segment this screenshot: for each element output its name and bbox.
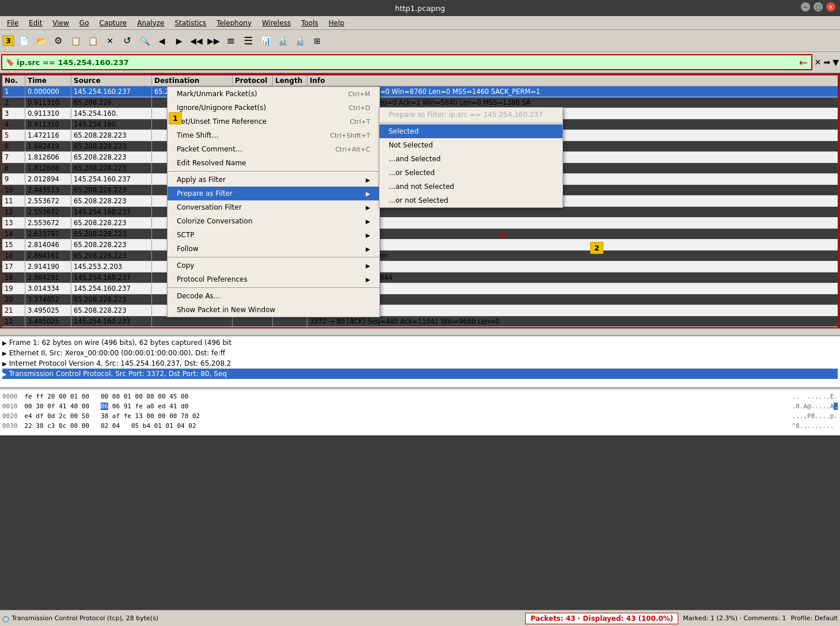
- menu-capture[interactable]: Capture: [94, 18, 131, 28]
- menu-file[interactable]: File: [2, 18, 23, 28]
- menu-tools[interactable]: Tools: [297, 18, 323, 28]
- menu-item-decode-as[interactable]: Decode As…: [168, 289, 379, 303]
- table-row[interactable]: 15 2.814046 65.208.228.223 Len=0: [2, 240, 838, 251]
- menu-item-conversation-filter[interactable]: Conversation Filter ▶: [168, 200, 379, 214]
- toolbar-back[interactable]: ◀: [154, 33, 170, 49]
- submenu-item-and-not-selected[interactable]: …and not Selected: [379, 180, 562, 194]
- toolbar-search[interactable]: 🔍: [136, 33, 153, 49]
- filter-bar[interactable]: 🔖 ip.src == 145.254.160.237 ←: [1, 54, 812, 70]
- menu-item-copy[interactable]: Copy ▶: [168, 259, 379, 272]
- menu-analyze[interactable]: Analyze: [132, 18, 169, 28]
- submenu-arrow: ▶: [366, 276, 370, 283]
- submenu-item-or-not-selected[interactable]: …or not Selected: [379, 194, 562, 207]
- toolbar-open[interactable]: 📂: [33, 33, 49, 49]
- hex-ascii: .. ......E. .0.A@.....A. ...,P8....p. "8…: [792, 392, 838, 433]
- submenu-arrow: ▶: [366, 191, 370, 197]
- submenu-header-text: Prepare as Filter: ip.src == 145.254.160…: [389, 111, 543, 119]
- submenu-item-and-selected[interactable]: …and Selected: [379, 152, 562, 166]
- toolbar-capture-start[interactable]: ☰: [240, 33, 256, 49]
- header-len: Length: [273, 75, 307, 86]
- table-row[interactable]: 12 2.553672 145.254.160.237 Len=0: [2, 207, 838, 218]
- toolbar-reload[interactable]: 📋: [85, 33, 101, 49]
- toolbar-columns[interactable]: 📊: [257, 33, 273, 49]
- table-row[interactable]: 16 2.894161 65.208.228.223 Len=1380 [TCP…: [2, 251, 838, 261]
- table-row[interactable]: 19 3.014334 145.254.160.237: [2, 283, 838, 294]
- table-row[interactable]: 13 2.553672 65.208.228.223 ndication.com: [2, 218, 838, 229]
- submenu-item-selected[interactable]: Selected: [379, 124, 562, 138]
- table-row[interactable]: 17 2.914190 145.253.2.203 googlesyndicat…: [2, 261, 838, 272]
- menu-item-time-ref[interactable]: Set/Unset Time Reference Ctrl+T: [168, 115, 379, 128]
- close-button[interactable]: ✕: [826, 2, 835, 12]
- menu-item-apply-filter[interactable]: Apply as Filter ▶: [168, 173, 379, 187]
- menu-item-sctp[interactable]: SCTP ▶: [168, 228, 379, 242]
- red-arrow-submenu: →: [496, 227, 507, 242]
- menu-telephony[interactable]: Telephony: [212, 18, 256, 28]
- filter-bookmark-icon: 🔖: [6, 58, 14, 66]
- table-row[interactable]: 18 2.984291 145.254.160.237 373629&rando…: [2, 272, 838, 283]
- shortcut-label: Ctrl+T: [349, 118, 370, 126]
- minimize-button[interactable]: ─: [801, 2, 810, 12]
- menu-item-show-packet-window[interactable]: Show Packet in New Window: [168, 303, 379, 317]
- table-row[interactable]: 1 0.000000 145.254.160.237 65.208.228.22…: [2, 86, 838, 97]
- menu-item-packet-comment[interactable]: Packet Comment… Ctrl+Alt+C: [168, 142, 379, 156]
- toolbar-capture-list[interactable]: ≡: [223, 33, 239, 49]
- submenu-arrow: ▶: [366, 204, 370, 211]
- tree-item-frame[interactable]: ▶ Frame 1: 62 bytes on wire (496 bits), …: [2, 337, 838, 348]
- menu-item-mark-unmark[interactable]: Mark/Unmark Packet(s) Ctrl+M: [168, 87, 379, 101]
- table-row[interactable]: 21 3.495025 65.208.228.223: [2, 305, 838, 316]
- submenu-arrow: ▶: [366, 246, 370, 252]
- tree-item-ethernet[interactable]: ▶ Ethernet II, Src: Xerox_00:00:00 (00:0…: [2, 348, 838, 358]
- toolbar-save[interactable]: ⚙: [50, 33, 66, 49]
- toolbar-zoom-out[interactable]: 🔬: [292, 33, 308, 49]
- menu-go[interactable]: Go: [75, 18, 94, 28]
- menu-item-time-shift[interactable]: Time Shift… Ctrl+Shift+T: [168, 128, 379, 142]
- menu-item-label: Mark/Unmark Packet(s): [177, 90, 257, 98]
- tree-item-tcp[interactable]: ▶ Transmission Control Protocol, Src Por…: [2, 369, 838, 379]
- horizontal-scrollbar[interactable]: [0, 328, 840, 335]
- filter-clear-icon[interactable]: ✕: [815, 58, 822, 67]
- header-no: No.: [2, 75, 25, 86]
- separator-2: [168, 257, 379, 257]
- submenu-item-or-selected[interactable]: …or Selected: [379, 166, 562, 180]
- menu-item-ignore[interactable]: Ignore/Unignore Packet(s) Ctrl+D: [168, 101, 379, 115]
- status-bar: ○ Transmission Control Protocol (tcp), 2…: [0, 610, 840, 626]
- maximize-button[interactable]: □: [814, 2, 823, 12]
- menu-edit[interactable]: Edit: [24, 18, 47, 28]
- table-row[interactable]: 14 2.633787 65.208.228.223 Len=1380 [TCP…: [2, 229, 838, 240]
- toolbar-close[interactable]: 📋: [67, 33, 83, 49]
- filter-expand-icon[interactable]: ➡: [823, 58, 830, 67]
- tree-item-label: Transmission Control Protocol, Src Port:…: [9, 370, 227, 378]
- menu-item-label: Conversation Filter: [177, 203, 242, 211]
- menu-wireless[interactable]: Wireless: [257, 18, 295, 28]
- details-pane: ▶ Frame 1: 62 bytes on wire (496 bits), …: [0, 335, 840, 387]
- status-protocol-text: Transmission Control Protocol (tcp), 28 …: [12, 614, 158, 622]
- menu-view[interactable]: View: [48, 18, 73, 28]
- status-right: Packets: 43 · Displayed: 43 (100.0%) Mar…: [525, 613, 838, 624]
- toolbar-forward[interactable]: ▶: [171, 33, 187, 49]
- toolbar-new[interactable]: 📄: [16, 33, 32, 49]
- submenu-arrow: ▶: [366, 263, 370, 269]
- menu-item-colorize[interactable]: Colorize Conversation ▶: [168, 214, 379, 228]
- menu-item-proto-prefs[interactable]: Protocol Preferences ▶: [168, 272, 379, 286]
- tree-item-label: Ethernet II, Src: Xerox_00:00:00 (00:00:…: [9, 349, 225, 357]
- table-row[interactable]: 22 3.495025 145.254.160.237 3372 → 80 [A…: [2, 316, 838, 327]
- toolbar-jump-end[interactable]: ▶▶: [206, 33, 222, 49]
- tree-item-ipv4[interactable]: ▶ Internet Protocol Version 4, Src: 145.…: [2, 358, 838, 369]
- toolbar-fit[interactable]: ⊞: [309, 33, 325, 49]
- toolbar-refresh[interactable]: ↺: [119, 33, 135, 49]
- menu-item-label: Apply as Filter: [177, 176, 226, 184]
- menu-item-follow[interactable]: Follow ▶: [168, 242, 379, 256]
- toolbar-delete[interactable]: ✕: [102, 33, 118, 49]
- header-dest: Destination: [152, 75, 233, 86]
- toolbar-zoom-in[interactable]: 🔬: [275, 33, 291, 49]
- filter-red-arrow: ←: [799, 56, 808, 69]
- table-row[interactable]: 20 3.374852 65.208.228.223 ? Len=1380 [T…: [2, 294, 838, 305]
- menu-item-edit-resolved[interactable]: Edit Resolved Name: [168, 156, 379, 170]
- menu-statistics[interactable]: Statistics: [170, 18, 211, 28]
- toolbar: 3 📄 📂 ⚙ 📋 📋 ✕ ↺ 🔍 ◀ ▶ ◀◀ ▶▶ ≡ ☰ 📊 🔬 🔬 ⊞: [0, 30, 840, 52]
- menu-help[interactable]: Help: [324, 18, 349, 28]
- toolbar-jump[interactable]: ◀◀: [188, 33, 204, 49]
- submenu-item-not-selected[interactable]: Not Selected: [379, 138, 562, 152]
- menu-item-prepare-filter[interactable]: Prepare as Filter ▶: [168, 187, 379, 200]
- filter-dropdown-icon[interactable]: ▼: [833, 58, 839, 67]
